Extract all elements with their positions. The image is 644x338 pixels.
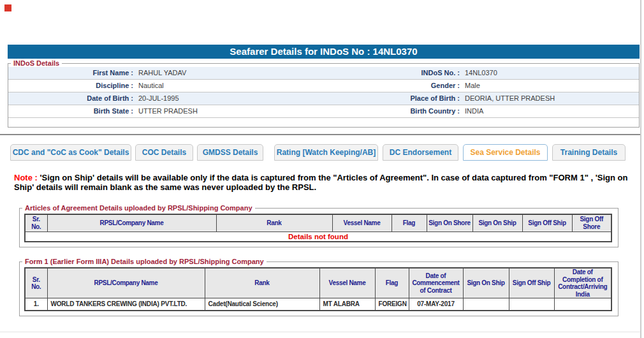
detail-label: INDoS No. :	[332, 67, 460, 79]
column-header: Sr. No.	[25, 214, 47, 231]
table-cell: MT ALABRA	[319, 298, 375, 311]
table-cell	[554, 298, 611, 311]
table-header-row: Sr. No. RPSL/Company Name Rank Vessel Na…	[25, 214, 611, 231]
detail-label: Birth State :	[8, 105, 133, 117]
column-header: Sign Off Ship	[522, 214, 572, 231]
detail-value: Male	[460, 80, 639, 92]
form1-legend: Form 1 (Earlier Form IIIA) Details uploa…	[22, 258, 267, 265]
tab-gmdss-details[interactable]: GMDSS Details	[197, 144, 263, 161]
column-header: Sign Off Shore	[572, 214, 611, 231]
detail-value: INDIA	[460, 105, 639, 117]
tab-rating-watch-keeping-ab[interactable]: Rating [Watch Keeping/AB]	[274, 144, 378, 161]
detail-value: Nautical	[133, 80, 332, 92]
indos-details-section: INDoS Details First Name : RAHUL YADAV I…	[8, 59, 640, 128]
detail-label: Place of Birth :	[332, 92, 460, 105]
window-right-edge	[640, 0, 641, 338]
articles-of-agreement-section: Articles of Agreement Details uploaded b…	[19, 204, 618, 247]
detail-value: UTTER PRADESH	[133, 105, 332, 117]
column-header: Rank	[216, 214, 332, 231]
section-divider	[0, 134, 641, 135]
broken-image-icon	[4, 4, 11, 11]
detail-label: Gender :	[332, 80, 460, 92]
page: Seafarer Details for INDoS No : 14NL0370…	[0, 0, 644, 338]
detail-row: Birth State : UTTER PRADESH Birth Countr…	[8, 105, 639, 118]
table-cell: Cadet(Nautical Science)	[205, 298, 319, 311]
table-cell	[509, 298, 554, 311]
column-header: Rank	[205, 268, 319, 298]
detail-label: First Name :	[8, 67, 133, 79]
detail-value: 14NL0370	[460, 67, 639, 79]
column-header: Sign Off Ship	[509, 268, 554, 298]
articles-legend: Articles of Agreement Details uploaded b…	[22, 204, 255, 212]
column-header: Sign On Shore	[427, 214, 472, 231]
tab-training-details[interactable]: Training Details	[552, 144, 626, 161]
tab-cdc-and-coc-as-cook-details[interactable]: CDC and "CoC as Cook" Details	[10, 144, 131, 161]
detail-row: Date of Birth : 20-JUL-1995 Place of Bir…	[8, 92, 639, 105]
note-body: 'Sign on Ship' details will be available…	[14, 173, 627, 192]
column-header: Sign On Ship	[472, 214, 522, 231]
note-prefix: Note :	[14, 173, 38, 182]
form1-section: Form 1 (Earlier Form IIIA) Details uploa…	[19, 258, 618, 316]
table-row: Details not found	[25, 231, 611, 242]
column-header: RPSL/Company Name	[47, 268, 205, 298]
detail-row: First Name : RAHUL YADAV INDoS No. : 14N…	[8, 67, 639, 80]
table-row: 1. WORLD TANKERS CREWING (INDIA) PVT.LTD…	[25, 298, 611, 311]
table-cell: FOREIGN	[375, 298, 409, 311]
detail-value: RAHUL YADAV	[133, 67, 332, 79]
detail-label: Birth Country :	[332, 105, 460, 117]
note-text: Note : 'Sign on Ship' details will be av…	[14, 173, 634, 192]
tab-coc-details[interactable]: COC Details	[135, 144, 193, 161]
tab-dc-endorsement[interactable]: DC Endorsement	[383, 144, 458, 161]
indos-details-legend: INDoS Details	[11, 59, 62, 67]
column-header: Date of Commencement of Contract	[409, 268, 463, 298]
table-cell	[463, 298, 509, 311]
page-title: Seafarer Details for INDoS No : 14NL0370	[8, 45, 640, 59]
column-header: Sign On Ship	[463, 268, 509, 298]
detail-value: DEORIA, UTTER PRADESH	[460, 92, 639, 105]
column-header: Sr. No.	[25, 268, 47, 298]
table-cell: 1.	[25, 298, 47, 311]
column-header: Vessel Name	[319, 268, 375, 298]
tab-sea-service-details[interactable]: Sea Service Details	[463, 144, 548, 161]
detail-row: Discipline : Nautical Gender : Male	[8, 80, 639, 92]
table-cell: 07-MAY-2017	[409, 298, 463, 311]
window-bottom-edge	[0, 332, 640, 332]
column-header: Vessel Name	[332, 214, 392, 231]
column-header: RPSL/Company Name	[47, 214, 216, 231]
column-header: Date of Completion of Contract/Arriving …	[554, 268, 611, 298]
detail-label: Date of Birth :	[8, 92, 133, 105]
table-header-row: Sr. No. RPSL/Company Name Rank Vessel Na…	[25, 268, 611, 298]
detail-label: Discipline :	[8, 80, 133, 92]
articles-table: Sr. No. RPSL/Company Name Rank Vessel Na…	[24, 214, 612, 242]
column-header: Flag	[392, 214, 427, 231]
column-header: Flag	[375, 268, 409, 298]
form1-table: Sr. No. RPSL/Company Name Rank Vessel Na…	[24, 267, 612, 311]
table-cell: WORLD TANKERS CREWING (INDIA) PVT.LTD.	[47, 298, 205, 311]
detail-value: 20-JUL-1995	[133, 92, 332, 105]
empty-state-text: Details not found	[25, 231, 611, 242]
